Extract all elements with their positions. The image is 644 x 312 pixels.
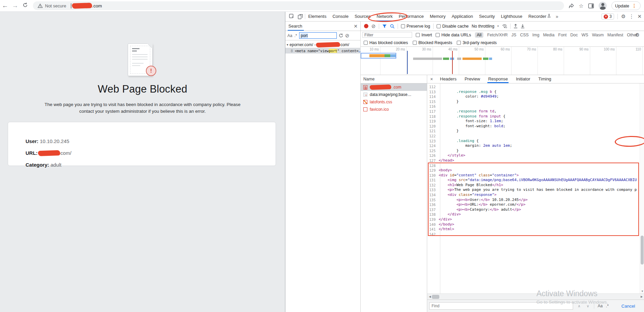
- checkbox-icon[interactable]: [457, 41, 461, 45]
- close-detail-icon[interactable]: ×: [427, 76, 436, 82]
- import-har-icon[interactable]: [514, 24, 518, 28]
- checkbox-icon[interactable]: [437, 24, 441, 28]
- devtools-close-icon[interactable]: ✕: [637, 13, 642, 20]
- bookmark-star-icon[interactable]: ☆: [579, 3, 583, 9]
- inspect-element-icon[interactable]: [289, 14, 294, 19]
- network-overview-waterfall[interactable]: 10 ms20 ms30 ms40 ms50 ms60 ms70 ms80 ms…: [361, 47, 644, 75]
- checkbox-icon[interactable]: [401, 24, 405, 28]
- checkbox-3rd-party-requests[interactable]: 3rd-party requests: [457, 40, 496, 45]
- scrollbar-thumb[interactable]: [641, 236, 644, 265]
- detail-tab-headers[interactable]: Headers: [436, 75, 460, 83]
- tab-lighthouse[interactable]: Lighthouse: [498, 12, 525, 21]
- share-icon[interactable]: [568, 3, 574, 8]
- back-button[interactable]: ←: [0, 2, 10, 9]
- match-case-toggle[interactable]: Aa: [287, 33, 292, 38]
- waterfall-bar[interactable]: [413, 58, 454, 60]
- clear-network-log-icon[interactable]: ⊘: [371, 24, 376, 29]
- checkbox-icon[interactable]: [364, 41, 368, 45]
- find-cancel-button[interactable]: Cancel: [621, 304, 635, 309]
- waterfall-bar[interactable]: [361, 53, 396, 59]
- preserve-log-checkbox[interactable]: Preserve log: [401, 24, 430, 29]
- reload-button[interactable]: [20, 2, 30, 9]
- filter-funnel-icon[interactable]: [382, 24, 387, 28]
- find-next-icon[interactable]: ∨: [585, 304, 591, 308]
- filter-type-img[interactable]: Img: [532, 33, 539, 37]
- request-row[interactable]: .com: [361, 83, 427, 91]
- name-column-header[interactable]: Name: [361, 75, 427, 83]
- scroll-right-icon[interactable]: ▶: [639, 295, 644, 298]
- request-row[interactable]: latofonts.css: [361, 98, 427, 106]
- filter-type-css[interactable]: CSS: [520, 33, 529, 37]
- request-row[interactable]: favicon.ico: [361, 106, 427, 113]
- throttling-dropdown[interactable]: No throttling ▾: [472, 24, 498, 29]
- hide-data-urls-checkbox[interactable]: Hide data URLs: [436, 33, 471, 37]
- tab-security[interactable]: Security: [476, 12, 498, 21]
- detail-tab-response[interactable]: Response: [484, 75, 512, 83]
- scrollbar-thumb[interactable]: [432, 295, 439, 299]
- checkbox-icon[interactable]: [436, 33, 440, 37]
- find-input[interactable]: Find: [429, 302, 573, 310]
- filter-type-media[interactable]: Media: [543, 33, 555, 37]
- filter-type-fetchxhr[interactable]: Fetch/XHR: [487, 33, 508, 37]
- clear-search-icon[interactable]: ⊘: [345, 33, 350, 38]
- tab-recorder[interactable]: Recorder: [525, 12, 554, 21]
- disable-cache-checkbox[interactable]: Disable cache: [437, 24, 469, 29]
- regex-toggle[interactable]: .*: [294, 33, 297, 38]
- detail-tab-initiator[interactable]: Initiator: [512, 75, 534, 83]
- search-close-icon[interactable]: ✕: [354, 24, 358, 29]
- filter-type-js[interactable]: JS: [512, 33, 517, 37]
- find-regex-toggle[interactable]: .*: [606, 304, 609, 308]
- filter-type-ws[interactable]: WS: [581, 33, 588, 37]
- filter-type-manifest[interactable]: Manifest: [607, 33, 623, 37]
- more-tabs-chevron[interactable]: »: [554, 14, 560, 19]
- browser-menu-icon[interactable]: ⋮: [632, 3, 637, 8]
- checkbox-icon[interactable]: [413, 41, 417, 45]
- device-toolbar-icon[interactable]: [298, 14, 303, 19]
- devtools-settings-gear-icon[interactable]: ⚙: [621, 13, 626, 20]
- detail-tab-preview[interactable]: Preview: [460, 75, 484, 83]
- checkbox-has-blocked-cookies[interactable]: Has blocked cookies: [364, 40, 408, 45]
- tab-performance[interactable]: Performance: [396, 12, 427, 21]
- search-input[interactable]: port: [299, 32, 337, 39]
- side-panel-icon[interactable]: [588, 3, 594, 8]
- network-settings-gear-icon[interactable]: ⚙: [635, 32, 640, 38]
- invert-checkbox[interactable]: Invert: [416, 33, 432, 37]
- update-button[interactable]: Update ⋮: [611, 1, 641, 10]
- tab-elements[interactable]: Elements: [305, 12, 329, 21]
- tree-expander-icon[interactable]: ▾: [287, 43, 288, 46]
- filter-type-doc[interactable]: Doc: [570, 33, 578, 37]
- record-button[interactable]: [364, 24, 368, 28]
- search-result-file[interactable]: ▾ eporner.com/ - com/: [287, 42, 359, 47]
- checkbox-icon[interactable]: [416, 33, 420, 37]
- export-har-icon[interactable]: [521, 24, 525, 28]
- network-conditions-icon[interactable]: [502, 24, 507, 28]
- tab-console[interactable]: Console: [329, 12, 352, 21]
- address-bar[interactable]: Not secure .com: [33, 1, 564, 10]
- waterfall-bar[interactable]: [457, 58, 492, 60]
- filter-input[interactable]: Filter: [362, 32, 412, 38]
- filter-type-all[interactable]: All: [475, 32, 484, 38]
- tab-network[interactable]: Network: [374, 12, 396, 21]
- code-token: {: [474, 139, 479, 143]
- scroll-down-icon[interactable]: ▼: [640, 289, 644, 293]
- filter-type-wasm[interactable]: Wasm: [592, 33, 604, 37]
- horizontal-scrollbar[interactable]: ◀ ▶: [427, 293, 644, 300]
- vertical-scrollbar[interactable]: ▼: [640, 83, 644, 293]
- checkbox-blocked-requests[interactable]: Blocked Requests: [413, 40, 452, 45]
- tab-memory[interactable]: Memory: [427, 12, 449, 21]
- console-error-badge[interactable]: ✕ 3: [601, 13, 614, 20]
- find-previous-icon[interactable]: ∧: [576, 304, 582, 308]
- tab-sources[interactable]: Sources: [352, 12, 374, 21]
- detail-tab-timing[interactable]: Timing: [534, 75, 556, 83]
- request-row[interactable]: data:image/png;base…: [361, 91, 427, 98]
- profile-avatar[interactable]: [599, 2, 607, 10]
- forward-button[interactable]: →: [10, 2, 20, 9]
- filter-type-font[interactable]: Font: [558, 33, 567, 37]
- find-match-case-toggle[interactable]: Aa: [598, 304, 603, 308]
- search-match-row[interactable]: 8 <meta name="viewport" content=…: [285, 48, 361, 54]
- search-network-icon[interactable]: [390, 24, 395, 29]
- refresh-search-icon[interactable]: [339, 33, 343, 38]
- response-code-viewer[interactable]: 112113 .response .msg b {114 color: #d94…: [427, 83, 644, 293]
- devtools-menu-icon[interactable]: ⋮: [629, 13, 634, 20]
- tab-application[interactable]: Application: [449, 12, 476, 21]
